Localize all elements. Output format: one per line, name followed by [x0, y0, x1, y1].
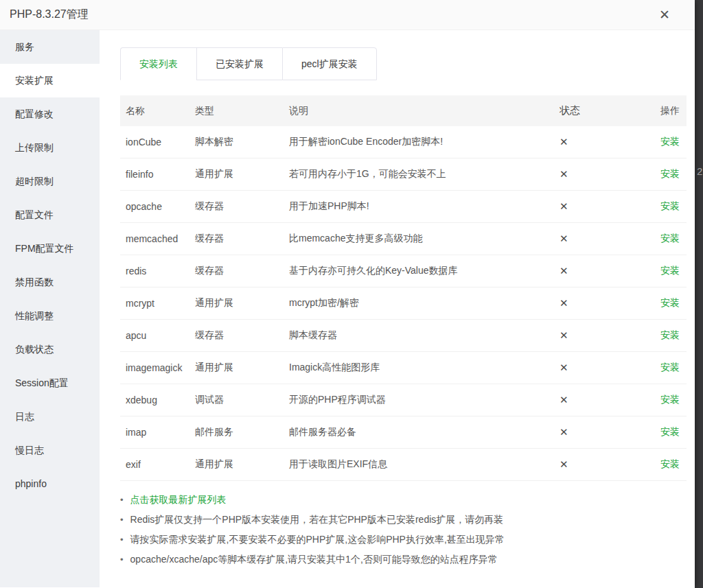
extension-description: Imagick高性能图形库 [289, 362, 560, 374]
sidebar-item-load-status[interactable]: 负载状态 [0, 333, 100, 366]
extension-description: 开源的PHP程序调试器 [289, 394, 560, 406]
extension-description: 用于解密ionCube Encoder加密脚本! [289, 136, 560, 148]
status-cross-icon: ✕ [560, 168, 649, 180]
install-button[interactable]: 安装 [660, 362, 680, 373]
tab-pecl-install[interactable]: pecl扩展安装 [282, 47, 377, 80]
sidebar-item-fpm-config-file[interactable]: FPM配置文件 [0, 232, 100, 266]
status-cross-icon: ✕ [560, 136, 649, 148]
install-button[interactable]: 安装 [660, 458, 680, 469]
extension-name: apcu [126, 326, 185, 346]
extension-description: 脚本缓存器 [289, 329, 560, 342]
action-cell: 安装 [649, 458, 687, 471]
sidebar-item-disabled-functions[interactable]: 禁用函数 [0, 266, 100, 299]
table-header-cell: 名称 [126, 101, 185, 121]
extension-description: 用于读取图片EXIF信息 [289, 458, 560, 471]
close-icon[interactable]: ✕ [659, 8, 670, 21]
extension-description: 用于加速PHP脚本! [289, 200, 560, 213]
note-item: •点击获取最新扩展列表 [120, 490, 695, 510]
extension-name: imagemagick [126, 358, 185, 378]
extension-name: imap [126, 423, 185, 443]
install-button[interactable]: 安装 [660, 297, 680, 308]
note-item: •请按实际需求安装扩展,不要安装不必要的PHP扩展,这会影响PHP执行效率,甚至… [120, 530, 695, 550]
sidebar-item-performance-tuning[interactable]: 性能调整 [0, 299, 100, 333]
bullet-icon: • [120, 495, 124, 505]
extension-type: 通用扩展 [195, 168, 279, 180]
table-row: redis 缓存器 基于内存亦可持久化的Key-Value数据库 ✕ 安装 [120, 255, 687, 287]
sidebar: 服务安装扩展配置修改上传限制超时限制配置文件FPM配置文件禁用函数性能调整负载状… [0, 30, 100, 587]
extension-type: 邮件服务 [195, 426, 279, 438]
install-button[interactable]: 安装 [660, 329, 680, 340]
extension-description: 比memcache支持更多高级功能 [289, 233, 560, 245]
sidebar-item-timeout-limit[interactable]: 超时限制 [0, 165, 100, 198]
dialog-titlebar: PHP-8.3.27管理 ✕ [0, 0, 695, 30]
extension-name: ionCube [126, 132, 185, 152]
sidebar-item-slow-log[interactable]: 慢日志 [0, 434, 100, 467]
table-row: ionCube 脚本解密 用于解密ionCube Encoder加密脚本! ✕ … [120, 126, 687, 158]
note-item: •Redis扩展仅支持一个PHP版本安装使用，若在其它PHP版本已安装redis… [120, 510, 695, 530]
notes-list: •点击获取最新扩展列表•Redis扩展仅支持一个PHP版本安装使用，若在其它PH… [120, 490, 695, 569]
status-cross-icon: ✕ [560, 265, 649, 277]
table-header-cell: 操作 [649, 105, 687, 117]
status-cross-icon: ✕ [560, 329, 649, 342]
table-row: imap 邮件服务 邮件服务器必备 ✕ 安装 [120, 416, 687, 449]
extension-description: 若可用内存小于1G，可能会安装不上 [289, 168, 560, 180]
action-cell: 安装 [649, 265, 687, 277]
extension-type: 缓存器 [195, 265, 279, 277]
action-cell: 安装 [649, 329, 687, 342]
refresh-extension-list-link[interactable]: 点击获取最新扩展列表 [130, 494, 227, 505]
table-row: fileinfo 通用扩展 若可用内存小于1G，可能会安装不上 ✕ 安装 [120, 158, 687, 191]
tab-bar: 安装列表已安装扩展pecl扩展安装 [120, 47, 695, 80]
extension-type: 缓存器 [195, 233, 279, 245]
sidebar-item-config-file[interactable]: 配置文件 [0, 198, 100, 232]
action-cell: 安装 [649, 394, 687, 406]
tab-installed-extensions[interactable]: 已安装扩展 [196, 47, 282, 80]
extension-name: redis [126, 261, 185, 281]
extensions-table: 名称类型说明状态操作 ionCube 脚本解密 用于解密ionCube Enco… [120, 95, 687, 481]
extension-type: 缓存器 [195, 200, 279, 213]
table-header-cell: 类型 [195, 105, 279, 117]
extension-description: 邮件服务器必备 [289, 426, 560, 438]
sidebar-item-services[interactable]: 服务 [0, 30, 100, 64]
extension-type: 通用扩展 [195, 297, 279, 309]
status-cross-icon: ✕ [560, 200, 649, 213]
install-button[interactable]: 安装 [660, 426, 680, 437]
sidebar-item-upload-limit[interactable]: 上传限制 [0, 131, 100, 165]
sidebar-item-install-extensions[interactable]: 安装扩展 [0, 64, 100, 97]
action-cell: 安装 [649, 297, 687, 309]
status-cross-icon: ✕ [560, 362, 649, 374]
install-button[interactable]: 安装 [660, 136, 680, 147]
table-header-cell: 说明 [289, 105, 560, 117]
background-peek-text: 2 [697, 165, 702, 177]
extension-name: xdebug [126, 390, 185, 410]
status-cross-icon: ✕ [560, 426, 649, 438]
table-body: ionCube 脚本解密 用于解密ionCube Encoder加密脚本! ✕ … [120, 126, 687, 481]
extension-name: memcached [126, 229, 185, 249]
status-cross-icon: ✕ [560, 297, 649, 309]
background-page-strip: 2 [695, 0, 703, 588]
bullet-icon: • [120, 534, 124, 545]
sidebar-item-config-modify[interactable]: 配置修改 [0, 97, 100, 131]
status-cross-icon: ✕ [560, 458, 649, 471]
tab-install-list[interactable]: 安装列表 [120, 47, 196, 80]
install-button[interactable]: 安装 [660, 168, 680, 179]
install-button[interactable]: 安装 [660, 394, 680, 405]
note-item: •opcache/xcache/apc等脚本缓存扩展,请只安装其中1个,否则可能… [120, 550, 695, 569]
bullet-icon: • [120, 554, 124, 565]
table-row: apcu 缓存器 脚本缓存器 ✕ 安装 [120, 320, 687, 352]
extension-description: mcrypt加密/解密 [289, 297, 560, 309]
action-cell: 安装 [649, 233, 687, 245]
status-cross-icon: ✕ [560, 233, 649, 245]
extension-name: exif [126, 455, 185, 475]
note-text: 请按实际需求安装扩展,不要安装不必要的PHP扩展,这会影响PHP执行效率,甚至出… [130, 534, 505, 545]
content-area: 安装列表已安装扩展pecl扩展安装 名称类型说明状态操作 ionCube 脚本解… [100, 30, 695, 587]
table-row: xdebug 调试器 开源的PHP程序调试器 ✕ 安装 [120, 384, 687, 416]
action-cell: 安装 [649, 136, 687, 148]
install-button[interactable]: 安装 [660, 233, 680, 244]
sidebar-item-log[interactable]: 日志 [0, 400, 100, 434]
action-cell: 安装 [649, 362, 687, 374]
sidebar-item-phpinfo[interactable]: phpinfo [0, 467, 100, 501]
install-button[interactable]: 安装 [660, 200, 680, 211]
extension-type: 脚本解密 [195, 136, 279, 148]
install-button[interactable]: 安装 [660, 265, 680, 276]
sidebar-item-session-config[interactable]: Session配置 [0, 366, 100, 400]
